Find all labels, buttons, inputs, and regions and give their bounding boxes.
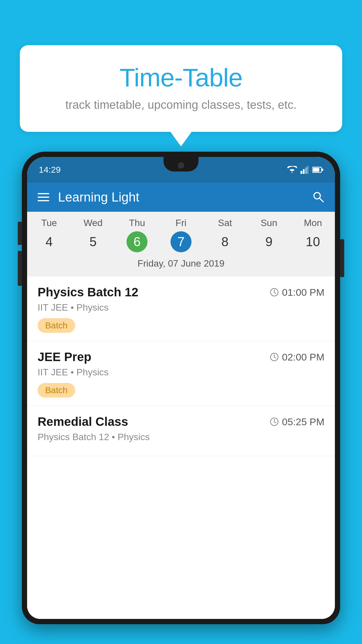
- status-icons: [287, 166, 323, 174]
- schedule-item-0-title: Physics Batch 12: [38, 285, 138, 299]
- speech-bubble-container: Time-Table track timetable, upcoming cla…: [20, 45, 342, 132]
- clock-icon-1: [270, 352, 279, 362]
- menu-button[interactable]: [38, 193, 49, 201]
- phone-screen: 14:29: [27, 157, 335, 619]
- schedule-item-2-time: 05:25 PM: [270, 416, 324, 428]
- day-header-wed: Wed: [71, 218, 115, 228]
- day-headers: Tue Wed Thu Fri Sat Sun Mon: [27, 218, 335, 228]
- schedule-item-0-sub: IIT JEE • Physics: [38, 302, 324, 313]
- power-button: [340, 239, 344, 277]
- volume-down-button: [18, 251, 22, 286]
- app-bar: Learning Light: [27, 183, 335, 212]
- schedule-item-2-sub: Physics Batch 12 • Physics: [38, 432, 324, 442]
- day-numbers: 4 5 6 7 8 9 10: [27, 231, 335, 252]
- schedule-item-2-header: Remedial Class 05:25 PM: [38, 415, 324, 429]
- svg-line-8: [319, 198, 323, 202]
- svg-rect-1: [303, 169, 305, 174]
- day-header-sun: Sun: [247, 218, 291, 228]
- svg-rect-2: [305, 167, 307, 174]
- svg-rect-0: [301, 171, 302, 174]
- day-8[interactable]: 8: [215, 231, 236, 252]
- batch-badge-0: Batch: [38, 318, 75, 333]
- day-6-today[interactable]: 6: [126, 231, 147, 252]
- schedule-item-1-time: 02:00 PM: [270, 351, 324, 363]
- day-4[interactable]: 4: [38, 231, 59, 252]
- schedule-item-1-title: JEE Prep: [38, 350, 91, 364]
- schedule-item-2[interactable]: Remedial Class 05:25 PM Physics Batch 12…: [27, 406, 335, 456]
- svg-rect-3: [307, 166, 309, 174]
- schedule-item-2-title: Remedial Class: [38, 415, 128, 429]
- schedule-item-0-header: Physics Batch 12 01:00 PM: [38, 285, 324, 299]
- status-bar: 14:29: [27, 157, 335, 183]
- camera: [178, 162, 184, 169]
- day-header-sat: Sat: [203, 218, 247, 228]
- day-header-thu: Thu: [115, 218, 159, 228]
- schedule-item-0[interactable]: Physics Batch 12 01:00 PM IIT JEE • Phys…: [27, 276, 335, 341]
- day-header-mon: Mon: [291, 218, 335, 228]
- schedule-item-1-sub: IIT JEE • Physics: [38, 367, 324, 378]
- day-5[interactable]: 5: [82, 231, 103, 252]
- svg-line-17: [274, 422, 276, 423]
- calendar-strip: Tue Wed Thu Fri Sat Sun Mon 4 5 6 7 8 9 …: [27, 212, 335, 276]
- bubble-subtitle: track timetable, upcoming classes, tests…: [43, 98, 319, 111]
- day-header-tue: Tue: [27, 218, 71, 228]
- clock-icon-0: [270, 288, 279, 297]
- day-header-fri: Fri: [159, 218, 203, 228]
- clock-icon-2: [270, 417, 279, 426]
- bubble-title: Time-Table: [43, 63, 319, 92]
- schedule-item-0-time: 01:00 PM: [270, 287, 324, 298]
- volume-up-button: [18, 222, 22, 245]
- batch-badge-1: Batch: [38, 383, 75, 398]
- schedule-item-1-header: JEE Prep 02:00 PM: [38, 350, 324, 364]
- wifi-icon: [287, 166, 297, 174]
- app-title: Learning Light: [58, 190, 139, 204]
- day-7-selected[interactable]: 7: [171, 231, 191, 252]
- svg-line-14: [274, 357, 276, 358]
- svg-rect-5: [322, 169, 323, 171]
- phone-outer: 14:29: [22, 152, 340, 624]
- day-9[interactable]: 9: [259, 231, 280, 252]
- schedule-list: Physics Batch 12 01:00 PM IIT JEE • Phys…: [27, 276, 335, 619]
- selected-date-label: Friday, 07 June 2019: [27, 256, 335, 273]
- phone-wrapper: 14:29: [22, 152, 340, 644]
- notch: [164, 157, 198, 172]
- battery-icon: [312, 167, 323, 173]
- status-time: 14:29: [39, 165, 61, 175]
- speech-bubble: Time-Table track timetable, upcoming cla…: [20, 45, 342, 132]
- search-button[interactable]: [312, 190, 324, 204]
- svg-line-11: [274, 293, 276, 293]
- svg-rect-6: [313, 168, 319, 172]
- app-bar-left: Learning Light: [38, 190, 139, 204]
- schedule-item-1[interactable]: JEE Prep 02:00 PM IIT JEE • Physics Batc…: [27, 341, 335, 406]
- day-10[interactable]: 10: [303, 231, 324, 252]
- signal-icon: [301, 166, 309, 174]
